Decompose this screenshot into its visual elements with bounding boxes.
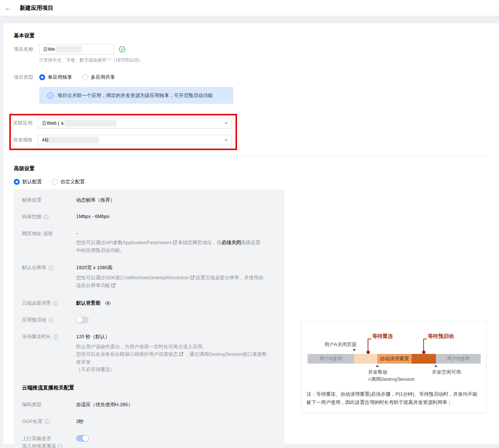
advanced-settings-panel: 帧率设置 动态帧率（推荐） 码率范围 i 1Mbps - 6Mbps 网页地址-… [14, 189, 284, 448]
segment-auto-reset: 自动清理重置 [377, 354, 412, 364]
radio-default-config[interactable]: 默认配置 [14, 178, 42, 185]
preheat-row: 应用预启动 i [22, 317, 284, 323]
radio-single-app[interactable]: 单应用独享 [39, 74, 72, 81]
desc-text-bold: 必须关闭 [222, 240, 241, 245]
toggle-knob [82, 435, 88, 441]
radio-default-config-label: 默认配置 [22, 178, 42, 185]
bitrate-value: 1Mbps - 6Mbps [76, 214, 110, 219]
audio-mix-label-line1: 上行音频是否 [22, 435, 62, 442]
radio-on-icon [39, 74, 45, 80]
resolution-desc: 您也可以通过SDK接口setRemoteDesktopResolution设置云… [76, 274, 267, 290]
eye-icon[interactable] [105, 301, 111, 307]
toggle-knob [77, 317, 82, 323]
web-url-desc: 您也可以通过API参数ApplicationParameters来指定网页地址，… [76, 239, 262, 254]
timeline-bar: 用户A使用 自动清理重置 用户B使用 [308, 354, 481, 364]
radio-multi-app-label: 多应用共享 [91, 74, 115, 81]
radio-single-app-label: 单应用独享 [48, 74, 72, 81]
section-title-basic: 基本设置 [14, 32, 499, 39]
chevron-down-icon [225, 122, 228, 124]
valid-check-icon [119, 46, 125, 53]
info-icon: i [47, 93, 53, 99]
concurrency-spec-label: 并发规格 [13, 137, 38, 143]
back-arrow-icon[interactable]: ← [4, 4, 12, 12]
section-title-advanced: 高级设置 [14, 165, 499, 172]
wait-reconnect-label: 等待重连 [372, 333, 393, 340]
radio-custom-config[interactable]: 自定义配置 [52, 178, 85, 185]
linked-app-select[interactable]: 云Web ( a [38, 118, 232, 128]
info-banner: i 项目仅关联一个应用，绑定的并发资源为该应用独享，可开启预启动功能 [39, 87, 233, 104]
gop-row: GOP长度 i 3秒 [22, 418, 284, 425]
project-name-label: 项目名称 [14, 46, 39, 53]
chevron-down-icon [225, 139, 228, 141]
section-divider [14, 156, 489, 156]
radio-off-icon [82, 74, 88, 80]
section-title-push: 云端推流直播相关配置 [22, 385, 284, 391]
callout-line [423, 339, 427, 352]
info-icon[interactable]: i [44, 215, 49, 220]
project-name-row: 项目名称 云We [14, 44, 499, 55]
release-label: 并发释放 =调用DestroySession [368, 368, 415, 383]
gop-value: 3秒 [76, 418, 84, 425]
marker-down-icon [353, 349, 356, 351]
desc-text: 您也可以通过API参数ApplicationParameters [76, 240, 172, 245]
external-link-icon[interactable] [111, 282, 115, 290]
preheat-toggle[interactable] [76, 317, 89, 323]
info-icon[interactable]: i [53, 335, 58, 339]
desc-text: 您也可以通过SDK接口setRemoteDesktopResolution [76, 275, 189, 280]
resolution-row: 默认分辨率 i 1920宽 x 1080高 您也可以通过SDK接口setRemo… [22, 264, 284, 290]
preheat-label: 应用预启动 [22, 317, 46, 323]
info-icon[interactable]: i [49, 318, 53, 323]
radio-off-icon [52, 179, 58, 185]
redaction-blur [64, 120, 116, 127]
desc-text: （不必等待重连） [76, 367, 115, 372]
linked-app-value: 云Web ( a [42, 120, 63, 127]
segment-wait-preheat [412, 354, 436, 364]
desc-text: 您也可以在业务后台根据心跳维护用户连接状态 [76, 351, 178, 357]
external-link-icon[interactable] [173, 239, 177, 247]
radio-multi-app[interactable]: 多应用共享 [82, 74, 115, 81]
codec-value: 自适应（优先使用H.265） [76, 401, 133, 408]
desktop-bg-label: 云端桌面背景 [22, 300, 51, 307]
annotation-box-selects: 关联应用 云Web ( a 并发规格 4核 [9, 114, 237, 150]
resolution-label: 默认分辨率 [22, 264, 46, 271]
bitrate-label: 码率范围 [22, 214, 41, 220]
form-card: 基本设置 项目名称 云We 只支持中文、字母、数字或连接符"-"（16字符以内）… [3, 23, 499, 444]
external-link-icon[interactable] [179, 351, 183, 358]
project-name-value: 云We [43, 46, 55, 53]
segment-user-a: 用户A使用 [308, 354, 354, 364]
project-name-hint: 只支持中文、字母、数字或连接符"-"（16字符以内） [39, 57, 499, 63]
segment-user-b: 用户B使用 [436, 354, 481, 364]
audio-mix-label-line2: 混入转推直播流 i [22, 442, 62, 448]
fps-label: 帧率设置 [22, 197, 41, 203]
user-a-close-label: 用户A关闭页面 [324, 341, 357, 348]
reconnect-row: 等待重连时长 i 120 秒（默认） 防止用户误操作退出，为用户保留一定时长可再… [22, 333, 284, 373]
codec-label: 编码类型 [22, 401, 41, 408]
radio-custom-config-label: 自定义配置 [60, 178, 85, 185]
concurrency-spec-select[interactable]: 4核 [38, 135, 232, 145]
redaction-blur [48, 137, 99, 143]
info-icon[interactable]: i [57, 444, 62, 448]
info-icon[interactable]: i [53, 301, 58, 306]
idle-label: 并发空闲可用 [432, 368, 461, 376]
desktop-bg-value: 默认背景图 [76, 300, 100, 306]
info-icon[interactable]: i [49, 265, 53, 270]
concurrency-spec-row: 并发规格 4核 [13, 135, 236, 145]
page-title: 新建应用项目 [20, 4, 53, 12]
audio-mix-toggle[interactable] [76, 435, 89, 442]
external-link-icon[interactable] [190, 274, 194, 282]
reconnect-value: 120 秒（默认） [76, 333, 270, 340]
resolution-value: 1920宽 x 1080高 [76, 264, 267, 271]
gop-label: GOP长度 [22, 418, 43, 425]
project-name-input[interactable]: 云We [39, 44, 114, 55]
linked-app-row: 关联应用 云Web ( a [13, 118, 236, 128]
web-url-value: - [76, 230, 262, 236]
marker-up-icon [434, 365, 437, 367]
audio-mix-row: 上行音频是否 混入转推直播流 i [22, 435, 284, 448]
info-icon[interactable]: i [45, 419, 50, 424]
marker-up-icon [376, 365, 379, 367]
project-type-row: 项目类型 单应用独享 多应用共享 [14, 74, 499, 81]
segment-wait-reconnect [354, 354, 377, 364]
linked-app-label: 关联应用 [13, 120, 38, 127]
lifecycle-diagram: 用户A关闭页面 等待重连 等待预启动 用户A使用 自动清理重置 用户B使用 并发… [301, 321, 486, 413]
codec-row: 编码类型 自适应（优先使用H.265） [22, 401, 284, 408]
